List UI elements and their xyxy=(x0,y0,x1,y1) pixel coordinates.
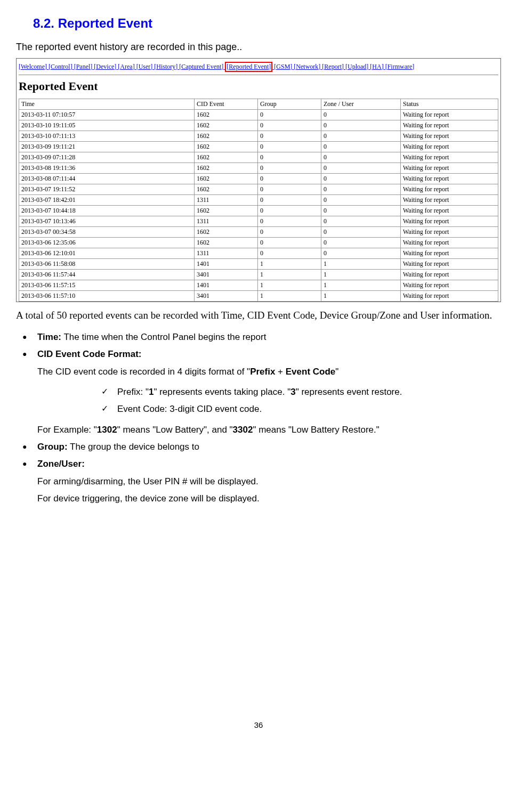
cell-group: 1 xyxy=(258,270,321,280)
nav-link[interactable]: [Network] xyxy=(294,63,320,70)
table-row: 2013-03-11 07:10:57160200Waiting for rep… xyxy=(19,110,498,120)
cell-status: Waiting for report xyxy=(401,238,498,248)
cell-cid: 1602 xyxy=(195,238,258,248)
table-row: 2013-03-10 07:11:13160200Waiting for rep… xyxy=(19,131,498,142)
cell-status: Waiting for report xyxy=(401,174,498,184)
ex-mid: " means "Low Battery", and " xyxy=(117,425,233,435)
group-label: Group: xyxy=(37,442,68,452)
cell-cid: 1311 xyxy=(195,216,258,227)
table-row: 2013-03-06 12:35:06160200Waiting for rep… xyxy=(19,238,498,248)
cell-cid: 1602 xyxy=(195,227,258,238)
cell-time: 2013-03-08 07:11:44 xyxy=(19,174,195,184)
cell-group: 1 xyxy=(258,280,321,291)
cell-group: 0 xyxy=(258,227,321,238)
zone-desc1: For arming/disarming, the User PIN # wil… xyxy=(37,473,501,490)
cell-cid: 1401 xyxy=(195,259,258,270)
cell-zone: 1 xyxy=(321,291,401,302)
cell-time: 2013-03-09 19:11:21 xyxy=(19,142,195,152)
nav-link[interactable]: [GSM] xyxy=(274,63,292,70)
check-list: Prefix: "1" represents events taking pla… xyxy=(37,384,501,418)
cell-group: 1 xyxy=(258,291,321,302)
nav-link[interactable]: [Upload] xyxy=(345,63,368,70)
cell-group: 0 xyxy=(258,131,321,142)
cid-desc-b2: Event Code xyxy=(286,367,336,377)
cell-time: 2013-03-09 07:11:28 xyxy=(19,152,195,163)
cell-cid: 3401 xyxy=(195,270,258,280)
cell-zone: 0 xyxy=(321,142,401,152)
check-eventcode: Event Code: 3-digit CID event code. xyxy=(117,401,501,418)
nav-link[interactable]: [User] xyxy=(136,63,153,70)
cell-group: 0 xyxy=(258,110,321,120)
table-header-row: Time CID Event Group Zone / User Status xyxy=(19,99,498,110)
cell-group: 0 xyxy=(258,238,321,248)
table-row: 2013-03-08 07:11:44160200Waiting for rep… xyxy=(19,174,498,184)
cid-desc-b1: Prefix xyxy=(250,367,275,377)
cid-desc: The CID event code is recorded in 4 digi… xyxy=(37,363,501,380)
cid-desc-mid: + xyxy=(275,367,285,377)
nav-link[interactable]: [Control] xyxy=(49,63,72,70)
cell-group: 0 xyxy=(258,184,321,195)
nav-link[interactable]: [Area] xyxy=(118,63,134,70)
cell-zone: 0 xyxy=(321,110,401,120)
cid-example: For Example: "1302" means "Low Battery",… xyxy=(37,421,501,439)
cell-zone: 0 xyxy=(321,131,401,142)
cell-group: 0 xyxy=(258,152,321,163)
nav-link[interactable]: [Welcome] xyxy=(19,63,47,70)
col-status: Status xyxy=(401,99,498,110)
cell-cid: 1602 xyxy=(195,110,258,120)
table-row: 2013-03-06 12:10:01131100Waiting for rep… xyxy=(19,248,498,259)
cell-time: 2013-03-06 11:57:15 xyxy=(19,280,195,291)
cell-zone: 1 xyxy=(321,270,401,280)
cell-zone: 0 xyxy=(321,227,401,238)
cell-status: Waiting for report xyxy=(401,184,498,195)
c1-post: " represents event restore. xyxy=(296,387,402,397)
cell-status: Waiting for report xyxy=(401,216,498,227)
cell-time: 2013-03-07 10:44:18 xyxy=(19,206,195,216)
cell-zone: 0 xyxy=(321,238,401,248)
bullet-time: Time: The time when the Control Panel be… xyxy=(37,329,501,346)
cell-zone: 0 xyxy=(321,195,401,206)
nav-link[interactable]: [Firmware] xyxy=(385,63,415,70)
cell-status: Waiting for report xyxy=(401,152,498,163)
cell-status: Waiting for report xyxy=(401,259,498,270)
cid-desc-post: " xyxy=(335,367,338,377)
table-row: 2013-03-09 19:11:21160200Waiting for rep… xyxy=(19,142,498,152)
cell-status: Waiting for report xyxy=(401,280,498,291)
cell-status: Waiting for report xyxy=(401,131,498,142)
cell-cid: 1602 xyxy=(195,152,258,163)
time-desc: The time when the Control Panel begins t… xyxy=(61,332,266,342)
cell-cid: 1602 xyxy=(195,142,258,152)
cell-zone: 0 xyxy=(321,152,401,163)
table-row: 2013-03-07 18:42:01131100Waiting for rep… xyxy=(19,195,498,206)
divider xyxy=(19,75,498,75)
cell-time: 2013-03-06 11:57:44 xyxy=(19,270,195,280)
cell-cid: 1602 xyxy=(195,131,258,142)
cell-zone: 0 xyxy=(321,206,401,216)
ex-post: " means "Low Battery Restore." xyxy=(253,425,379,435)
cell-time: 2013-03-07 10:13:46 xyxy=(19,216,195,227)
ex-b2: 3302 xyxy=(233,425,253,435)
intro-text: The reported event history are recorded … xyxy=(16,42,501,53)
table-row: 2013-03-07 10:13:46131100Waiting for rep… xyxy=(19,216,498,227)
nav-link[interactable]: [HA] xyxy=(370,63,383,70)
cell-zone: 1 xyxy=(321,280,401,291)
col-group: Group xyxy=(258,99,321,110)
cell-status: Waiting for report xyxy=(401,163,498,174)
table-row: 2013-03-06 11:57:10340111Waiting for rep… xyxy=(19,291,498,302)
nav-reported-event-highlighted[interactable]: [Reported Event] xyxy=(225,62,272,72)
nav-link[interactable]: [Panel] xyxy=(74,63,93,70)
cell-time: 2013-03-06 12:35:06 xyxy=(19,238,195,248)
nav-link[interactable]: [Device] xyxy=(94,63,116,70)
cell-status: Waiting for report xyxy=(401,110,498,120)
table-row: 2013-03-08 19:11:36160200Waiting for rep… xyxy=(19,163,498,174)
nav-link[interactable]: [History] xyxy=(154,63,177,70)
cell-cid: 1401 xyxy=(195,280,258,291)
nav-link[interactable]: [Captured Event] xyxy=(179,63,223,70)
cell-cid: 1602 xyxy=(195,206,258,216)
cell-cid: 1602 xyxy=(195,163,258,174)
cell-group: 0 xyxy=(258,120,321,131)
cell-cid: 1602 xyxy=(195,184,258,195)
cell-status: Waiting for report xyxy=(401,206,498,216)
nav-link[interactable]: [Report] xyxy=(322,63,344,70)
section-heading: 8.2. Reported Event xyxy=(33,16,501,31)
